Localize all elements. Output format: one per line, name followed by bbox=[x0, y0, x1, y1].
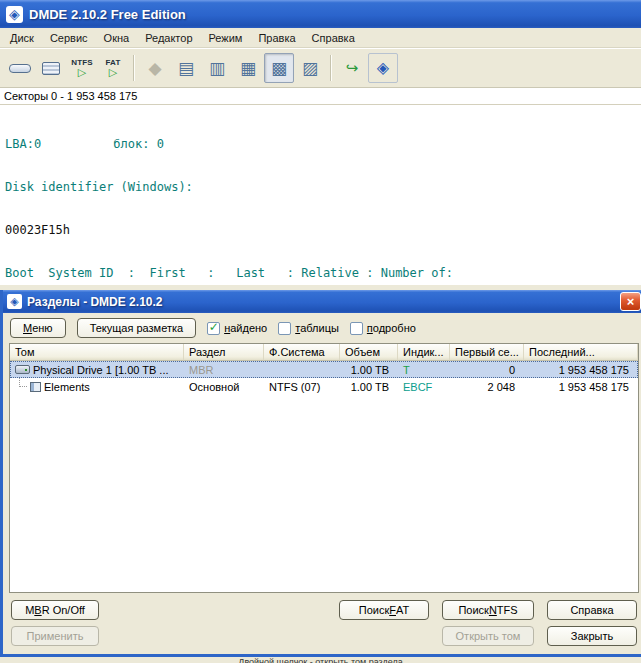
help-button[interactable]: Справка bbox=[547, 600, 637, 620]
title-bar[interactable]: ◈ DMDE 2.10.2 Free Edition bbox=[0, 0, 641, 28]
menu-bar: Диск Сервис Окна Редактор Режим Правка С… bbox=[0, 28, 641, 48]
first-sector-cell: 0 bbox=[450, 361, 524, 378]
menu-item-service[interactable]: Сервис bbox=[42, 28, 96, 47]
open-volume-toolbar-button[interactable]: ↪ bbox=[337, 53, 367, 83]
partition-cell: Основной bbox=[184, 378, 264, 395]
current-layout-button[interactable]: Текущая разметка bbox=[77, 318, 197, 338]
hex-line: Boot System ID : First : Last : Relative… bbox=[5, 266, 636, 280]
column-header-size[interactable]: Объем bbox=[340, 344, 398, 361]
columns-view-icon: ▥ bbox=[209, 60, 225, 77]
sectors-range-bar: Секторы 0 - 1 953 458 175 bbox=[0, 88, 641, 105]
menu-item-edit[interactable]: Правка bbox=[250, 28, 303, 47]
play-icon: ▷ bbox=[78, 67, 86, 78]
apply-button[interactable]: Применить bbox=[11, 626, 99, 646]
menu-item-windows[interactable]: Окна bbox=[96, 28, 138, 47]
search-view-icon: ▨ bbox=[302, 60, 318, 77]
view-partitions-button[interactable]: ▥ bbox=[202, 53, 232, 83]
checkbox-box: ✓ bbox=[207, 322, 220, 335]
view-devices-button[interactable]: ▤ bbox=[171, 53, 201, 83]
volume-name: Elements bbox=[44, 381, 90, 393]
column-header-partition[interactable]: Раздел bbox=[184, 344, 264, 361]
dmde-app-icon: ◈ bbox=[7, 294, 22, 309]
volume-cell: Elements bbox=[10, 378, 184, 395]
disk-stack-icon bbox=[42, 62, 60, 75]
column-header-filesystem[interactable]: Ф.Система bbox=[264, 344, 340, 361]
hex-line: 00023F15h bbox=[5, 223, 636, 237]
main-toolbar: NTFS ▷ FAT ▷ ◆ ▤ ▥ ▦ ▩ ▨ ↪ ◈ bbox=[0, 48, 641, 88]
partitions-title-bar[interactable]: ◈ Разделы - DMDE 2.10.2 × bbox=[3, 290, 641, 313]
open-volume-button[interactable]: Открыть том bbox=[442, 626, 534, 646]
checkbox-detailed[interactable]: подробно bbox=[350, 322, 416, 335]
last-sector-cell: 1 953 458 175 bbox=[524, 378, 638, 395]
toolbar-separator bbox=[330, 55, 332, 81]
dmde-app-icon: ◈ bbox=[6, 6, 23, 23]
checkbox-tables[interactable]: таблицы bbox=[278, 322, 339, 335]
close-window-button[interactable]: Закрыть bbox=[547, 626, 637, 646]
hex-line: LBA:0 блок: 0 bbox=[5, 137, 636, 151]
partitions-toolbar: Меню Текущая разметка ✓ найдено таблицы … bbox=[3, 313, 641, 343]
toolbar-separator bbox=[133, 55, 135, 81]
sectors-range-text: Секторы 0 - 1 953 458 175 bbox=[4, 90, 137, 102]
volume-cell: Physical Drive 1 [1.00 TB ... bbox=[10, 361, 184, 378]
partitions-window-title: Разделы - DMDE 2.10.2 bbox=[27, 295, 163, 309]
quick-ntfs-search-button[interactable]: NTFS ▷ bbox=[67, 53, 97, 83]
partitions-table: Том Раздел Ф.Система Объем Индик... Перв… bbox=[9, 343, 639, 593]
table-view-icon: ▦ bbox=[240, 60, 256, 77]
tree-branch-icon bbox=[19, 378, 27, 387]
column-header-volume[interactable]: Том bbox=[10, 344, 184, 361]
column-header-first-sector[interactable]: Первый се... bbox=[450, 344, 524, 361]
dmde-logo-button[interactable]: ◈ bbox=[368, 53, 398, 83]
view-editor-button[interactable]: ▩ bbox=[264, 53, 294, 83]
diamond-icon: ◆ bbox=[148, 60, 161, 77]
view-search-button[interactable]: ▨ bbox=[295, 53, 325, 83]
checkbox-detailed-label: подробно bbox=[367, 322, 416, 334]
indicator-cell: EBCF bbox=[398, 378, 450, 395]
column-header-last-sector[interactable]: Последний... bbox=[524, 344, 638, 361]
diamond-logo-icon: ◈ bbox=[10, 296, 18, 307]
checkbox-box bbox=[350, 322, 363, 335]
search-ntfs-button[interactable]: Поиск NTFS bbox=[442, 600, 534, 620]
checkbox-box bbox=[278, 322, 291, 335]
open-volume-arrow-icon: ↪ bbox=[346, 61, 359, 76]
table-row-elements[interactable]: Elements Основной NTFS (07) 1.00 TB EBCF… bbox=[10, 378, 638, 395]
volume-name: Physical Drive 1 [1.00 TB ... bbox=[33, 364, 169, 376]
check-icon: ✓ bbox=[209, 321, 219, 333]
open-sector-button: ◆ bbox=[140, 53, 170, 83]
disk-editor-view[interactable]: LBA:0 блок: 0 Disk identifier (Windows):… bbox=[0, 105, 641, 285]
menu-item-editor[interactable]: Редактор bbox=[137, 28, 200, 47]
mbr-onoff-button[interactable]: MBR On/Off bbox=[11, 600, 99, 620]
search-fat-button[interactable]: Поиск FAT bbox=[339, 600, 429, 620]
view-tables-button[interactable]: ▦ bbox=[233, 53, 263, 83]
first-sector-cell: 2 048 bbox=[450, 378, 524, 395]
device-list-button[interactable] bbox=[36, 53, 66, 83]
partition-icon bbox=[30, 382, 41, 392]
close-icon: × bbox=[627, 295, 635, 308]
filesystem-cell: NTFS (07) bbox=[264, 378, 340, 395]
menu-button[interactable]: Меню bbox=[10, 318, 66, 338]
partitions-buttons-area: MBR On/Off Поиск FAT Поиск NTFS Справка … bbox=[3, 593, 641, 646]
indicator-cell: T bbox=[398, 361, 450, 378]
open-device-button[interactable] bbox=[5, 53, 35, 83]
play-icon: ▷ bbox=[109, 67, 117, 78]
column-header-indicator[interactable]: Индик... bbox=[398, 344, 450, 361]
checkbox-tables-label: таблицы bbox=[295, 322, 339, 334]
diamond-logo-icon: ◈ bbox=[9, 7, 20, 21]
menu-item-disk[interactable]: Диск bbox=[2, 28, 42, 47]
hard-drive-icon bbox=[15, 365, 30, 374]
status-bar: Двойной щелчок - открыть том раздела bbox=[0, 657, 641, 663]
partitions-window: ◈ Разделы - DMDE 2.10.2 × Меню Текущая р… bbox=[0, 290, 641, 657]
checkbox-found[interactable]: ✓ найдено bbox=[207, 322, 267, 335]
menu-item-help[interactable]: Справка bbox=[304, 28, 363, 47]
dmde-logo-icon: ◈ bbox=[377, 60, 389, 76]
size-cell: 1.00 TB bbox=[340, 361, 398, 378]
quick-fat-search-button[interactable]: FAT ▷ bbox=[98, 53, 128, 83]
table-header-row: Том Раздел Ф.Система Объем Индик... Перв… bbox=[10, 344, 638, 361]
checkbox-found-label: найдено bbox=[224, 322, 267, 334]
table-row-physical-drive[interactable]: Physical Drive 1 [1.00 TB ... MBR 1.00 T… bbox=[10, 361, 638, 378]
close-button[interactable]: × bbox=[620, 292, 641, 311]
partition-cell: MBR bbox=[184, 361, 264, 378]
menu-item-mode[interactable]: Режим bbox=[201, 28, 251, 47]
window-title: DMDE 2.10.2 Free Edition bbox=[29, 7, 186, 22]
size-cell: 1.00 TB bbox=[340, 378, 398, 395]
editor-view-icon: ▩ bbox=[271, 60, 287, 77]
